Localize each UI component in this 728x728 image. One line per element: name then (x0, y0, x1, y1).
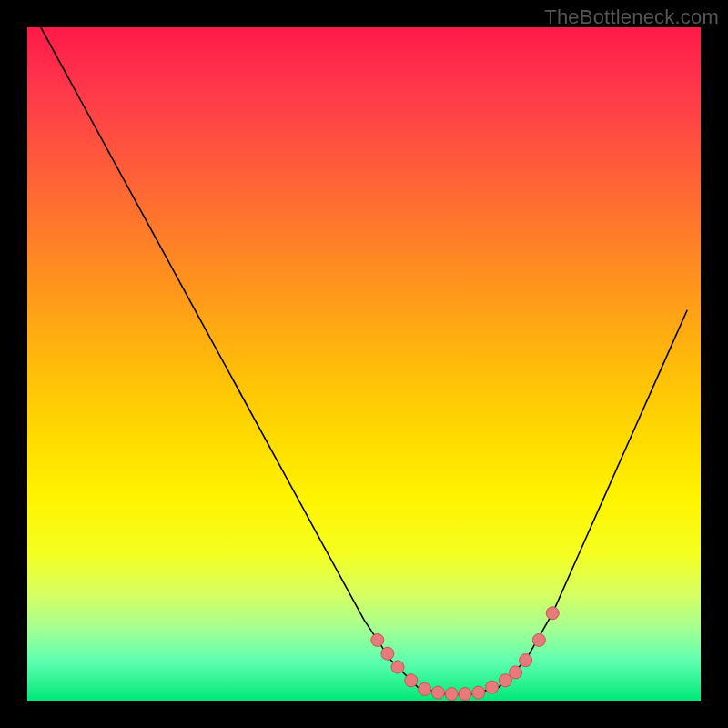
marker-point (486, 681, 499, 693)
marker-point (546, 607, 559, 620)
curve-svg (27, 27, 701, 701)
marker-point (391, 661, 404, 673)
marker-point (419, 682, 431, 695)
marker-point (472, 686, 485, 699)
chart-container: TheBottleneck.com (0, 0, 728, 728)
bottleneck-curve (41, 27, 687, 694)
marker-point (445, 688, 458, 701)
marker-point (520, 654, 532, 667)
plot-area (27, 27, 701, 701)
marker-point (381, 647, 394, 660)
marker-point (431, 686, 444, 699)
marker-point (459, 688, 471, 701)
marker-point (371, 633, 384, 646)
marker-point (405, 674, 418, 687)
watermark-text: TheBottleneck.com (544, 5, 719, 29)
marker-point (532, 633, 545, 646)
curve-markers (371, 607, 559, 701)
marker-point (510, 666, 522, 679)
